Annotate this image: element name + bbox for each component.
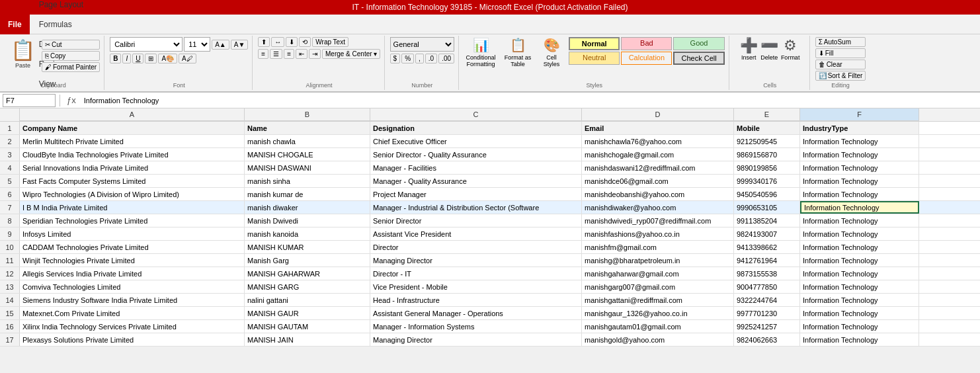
increase-indent-button[interactable]: ⇥ [309, 49, 321, 59]
cell-e12[interactable]: 9873155538 [734, 267, 800, 280]
cell-c2[interactable]: Chief Executive Officer [370, 135, 582, 147]
cell-f8[interactable]: Information Technology [800, 214, 919, 227]
cell-e5[interactable]: 9999340176 [734, 175, 800, 187]
cell-b7[interactable]: manish diwaker [245, 201, 370, 214]
cell-b5[interactable]: manish sinha [245, 175, 370, 187]
function-icon[interactable]: ƒx [64, 95, 79, 105]
align-bottom-button[interactable]: ⬇ [286, 37, 298, 47]
cell-a1[interactable]: Company Name [20, 122, 245, 134]
cell-d12[interactable]: manishgaharwar@gmail.com [582, 267, 734, 280]
cell-a8[interactable]: Speridian Technologies Private Limited [20, 214, 245, 227]
cell-f4[interactable]: Information Technology [800, 161, 919, 174]
cell-f11[interactable]: Information Technology [800, 254, 919, 267]
cell-f2[interactable]: Information Technology [800, 135, 919, 147]
border-button[interactable]: ⊞ [145, 54, 157, 63]
cell-b14[interactable]: nalini gattani [245, 294, 370, 306]
cell-d9[interactable]: manishfashions@yahoo.co.in [582, 228, 734, 240]
cell-a7[interactable]: I B M India Private Limited [20, 201, 245, 214]
col-header-d[interactable]: D [582, 108, 734, 121]
cell-d13[interactable]: manishgarg007@gmail.com [582, 280, 734, 293]
cell-a15[interactable]: Matexnet.Com Private Limited [20, 307, 245, 319]
cell-e11[interactable]: 9412761964 [734, 254, 800, 267]
cell-b3[interactable]: MANISH CHOGALE [245, 148, 370, 161]
cell-e6[interactable]: 9450540596 [734, 188, 800, 200]
cell-f12[interactable]: Information Technology [800, 267, 919, 280]
cell-f7[interactable]: Information Technology [800, 201, 919, 214]
decrease-font-button[interactable]: A▼ [231, 40, 249, 50]
cell-e1[interactable]: Mobile [734, 122, 800, 134]
align-top-button[interactable]: ⬆ [258, 37, 270, 47]
normal-style[interactable]: Normal [569, 37, 620, 50]
neutral-style[interactable]: Neutral [569, 52, 620, 65]
cell-d7[interactable]: manishdiwaker@yahoo.com [582, 201, 734, 214]
format-as-table-button[interactable]: 📋 Format as Table [501, 37, 534, 67]
good-style[interactable]: Good [673, 37, 724, 50]
wrap-text-button[interactable]: Wrap Text [312, 37, 348, 47]
col-header-f[interactable]: F [800, 108, 919, 121]
cell-b12[interactable]: MANISH GAHARWAR [245, 267, 370, 280]
cell-c11[interactable]: Managing Director [370, 254, 582, 267]
cell-a12[interactable]: Allegis Services India Private Limited [20, 267, 245, 280]
file-menu[interactable]: File [0, 15, 30, 34]
cell-f15[interactable]: Information Technology [800, 307, 919, 319]
copy-button[interactable]: ⎘ Copy [42, 51, 100, 61]
format-painter-button[interactable]: 🖌 Format Painter [42, 62, 100, 72]
cell-c13[interactable]: Vice President - Mobile [370, 280, 582, 293]
fill-button[interactable]: ⬇ Fill [815, 48, 866, 58]
cell-d11[interactable]: manishg@bharatpetroleum.in [582, 254, 734, 267]
cell-d2[interactable]: manishchawla76@yahoo.com [582, 135, 734, 147]
cell-b2[interactable]: manish chawla [245, 135, 370, 147]
merge-center-button[interactable]: Merge & Center ▾ [322, 49, 380, 59]
fill-color-button[interactable]: A🎨 [158, 54, 177, 63]
number-format-select[interactable]: General [390, 37, 455, 52]
menu-item-formulas[interactable]: Formulas [32, 15, 90, 34]
cell-a17[interactable]: Plexasys Solutions Private Limited [20, 333, 245, 346]
col-header-b[interactable]: B [245, 108, 370, 121]
cell-f3[interactable]: Information Technology [800, 148, 919, 161]
menu-item-page-layout[interactable]: Page Layout [32, 0, 90, 15]
delete-button[interactable]: ➖ Delete [760, 37, 778, 61]
increase-font-button[interactable]: A▲ [212, 40, 229, 50]
cell-d14[interactable]: manishgattani@rediffmail.com [582, 294, 734, 306]
cell-c5[interactable]: Manager - Quality Assurance [370, 175, 582, 187]
cell-d6[interactable]: manishdeobanshi@yahoo.com [582, 188, 734, 200]
cell-b6[interactable]: manish kumar de [245, 188, 370, 200]
conditional-formatting-button[interactable]: 📊 Conditional Formatting [464, 37, 497, 67]
cell-b16[interactable]: MANISH GAUTAM [245, 320, 370, 333]
cell-c17[interactable]: Managing Director [370, 333, 582, 346]
insert-button[interactable]: ➕ Insert [740, 37, 758, 61]
cell-c3[interactable]: Senior Director - Quality Assurance [370, 148, 582, 161]
cut-button[interactable]: ✂ Cut [42, 40, 100, 50]
cell-e7[interactable]: 9990653105 [734, 201, 800, 214]
cell-e16[interactable]: 9925241257 [734, 320, 800, 333]
decrease-indent-button[interactable]: ⇤ [296, 49, 307, 59]
cell-b15[interactable]: MANISH GAUR [245, 307, 370, 319]
currency-button[interactable]: $ [390, 54, 401, 63]
cell-c8[interactable]: Senior Director [370, 214, 582, 227]
cell-styles-button[interactable]: 🎨 Cell Styles [538, 37, 565, 67]
col-header-c[interactable]: C [370, 108, 582, 121]
paste-button[interactable]: 📋 Paste [7, 37, 39, 70]
orientation-button[interactable]: ⟲ [299, 37, 311, 47]
cell-f10[interactable]: Information Technology [800, 241, 919, 253]
calculation-style[interactable]: Calculation [621, 52, 672, 65]
col-header-a[interactable]: A [20, 108, 245, 121]
cell-d10[interactable]: manishfm@gmail.com [582, 241, 734, 253]
cell-e4[interactable]: 9890199856 [734, 161, 800, 174]
cell-a3[interactable]: CloudByte India Technologies Private Lim… [20, 148, 245, 161]
align-left-button[interactable]: ≡ [258, 49, 268, 59]
cell-d8[interactable]: manishdwivedi_ryp007@rediffmail.com [582, 214, 734, 227]
cell-b8[interactable]: Manish Dwivedi [245, 214, 370, 227]
cell-b4[interactable]: MANISH DASWANI [245, 161, 370, 174]
cell-c16[interactable]: Manager - Information Systems [370, 320, 582, 333]
cell-f14[interactable]: Information Technology [800, 294, 919, 306]
cell-a6[interactable]: Wipro Technologies (A Division of Wipro … [20, 188, 245, 200]
cell-e13[interactable]: 9004777850 [734, 280, 800, 293]
cell-d16[interactable]: manishgautam01@gmail.com [582, 320, 734, 333]
increase-decimal-button[interactable]: .00 [438, 54, 454, 63]
formula-input[interactable] [81, 97, 977, 104]
cell-d5[interactable]: manishdce06@gmail.com [582, 175, 734, 187]
cell-f9[interactable]: Information Technology [800, 228, 919, 240]
cell-d17[interactable]: manishgold@yahoo.com [582, 333, 734, 346]
cell-d1[interactable]: Email [582, 122, 734, 134]
